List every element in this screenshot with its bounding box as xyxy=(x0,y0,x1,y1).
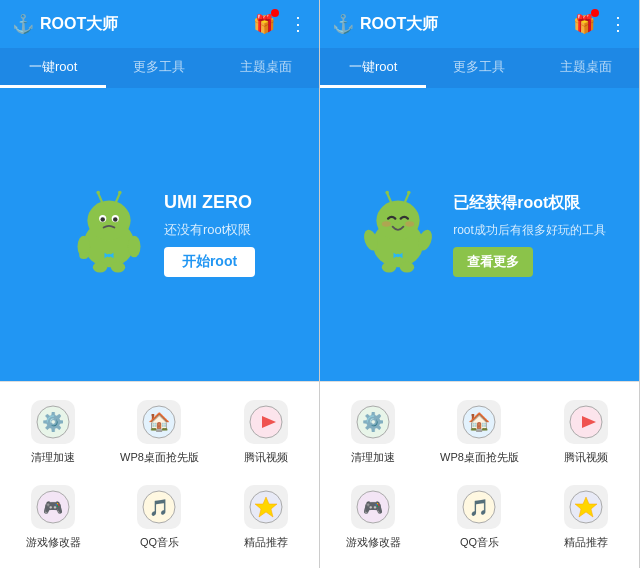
app-label-qq-before: QQ音乐 xyxy=(140,535,179,550)
app-title-after: ROOT大师 xyxy=(360,14,438,35)
tab-tools-before[interactable]: 更多工具 xyxy=(106,48,212,88)
app-label-featured-after: 精品推荐 xyxy=(564,535,608,550)
app-label-tencent-before: 腾讯视频 xyxy=(244,450,288,465)
app-icon-featured-before xyxy=(244,485,288,529)
svg-point-43 xyxy=(382,261,396,272)
svg-point-37 xyxy=(405,221,414,226)
svg-text:🏠: 🏠 xyxy=(148,411,171,433)
svg-point-36 xyxy=(382,221,391,226)
svg-text:⚙️: ⚙️ xyxy=(362,411,385,433)
svg-line-7 xyxy=(116,193,120,201)
logo-before: ⚓ ROOT大师 xyxy=(12,13,253,35)
app-item-game-after[interactable]: 🎮 游戏修改器 xyxy=(320,475,426,560)
gift-badge-after xyxy=(591,9,599,17)
svg-text:🎮: 🎮 xyxy=(43,498,63,517)
app-label-wp8-before: WP8桌面抢先版 xyxy=(120,450,199,465)
app-icon-clean-before: ⚙️ xyxy=(31,400,75,444)
more-icon-after[interactable]: ⋮ xyxy=(609,13,627,35)
tab-theme-before[interactable]: 主题桌面 xyxy=(213,48,319,88)
subtitle-before: 还没有root权限 xyxy=(164,221,251,239)
app-icon-qq-after: 🎵 xyxy=(457,485,501,529)
tabs-after: 一键root 更多工具 主题桌面 xyxy=(320,48,639,88)
gift-icon-before[interactable]: 🎁 xyxy=(253,13,275,35)
app-label-game-before: 游戏修改器 xyxy=(26,535,81,550)
start-root-button[interactable]: 开始root xyxy=(164,247,255,277)
app-title-before: ROOT大师 xyxy=(40,14,118,35)
app-label-qq-after: QQ音乐 xyxy=(460,535,499,550)
app-icon-featured-after xyxy=(564,485,608,529)
main-content-before: UMI ZERO 还没有root权限 开始root xyxy=(0,88,319,381)
svg-point-5 xyxy=(113,217,118,222)
view-more-button[interactable]: 查看更多 xyxy=(453,247,533,277)
app-item-featured-before[interactable]: 精品推荐 xyxy=(213,475,319,560)
gift-icon-after[interactable]: 🎁 xyxy=(573,13,595,35)
mascot-after xyxy=(353,188,443,282)
info-block-before: UMI ZERO 还没有root权限 开始root xyxy=(164,192,255,277)
app-item-clean-after[interactable]: ⚙️ 清理加速 xyxy=(320,390,426,475)
tabs-before: 一键root 更多工具 主题桌面 xyxy=(0,48,319,88)
svg-line-32 xyxy=(387,193,391,201)
main-content-after: 已经获得root权限 root成功后有很多好玩的工具 查看更多 xyxy=(320,88,639,381)
app-icon-game-after: 🎮 xyxy=(351,485,395,529)
svg-point-8 xyxy=(96,190,100,194)
success-subtitle: root成功后有很多好玩的工具 xyxy=(453,222,606,239)
gift-badge-before xyxy=(271,9,279,17)
app-item-game-before[interactable]: 🎮 游戏修改器 xyxy=(0,475,106,560)
app-grid-before: ⚙️ 清理加速 🏠 WP8桌面抢先版 腾讯视频 🎮 游戏修改器 🎵 xyxy=(0,382,319,568)
app-item-qq-before[interactable]: 🎵 QQ音乐 xyxy=(106,475,212,560)
tab-root-after[interactable]: 一键root xyxy=(320,48,426,88)
device-name: UMI ZERO xyxy=(164,192,252,213)
header-actions-after: 🎁 ⋮ xyxy=(573,13,627,35)
svg-point-1 xyxy=(87,200,130,240)
svg-point-12 xyxy=(107,253,111,257)
tab-tools-after[interactable]: 更多工具 xyxy=(426,48,532,88)
app-label-featured-before: 精品推荐 xyxy=(244,535,288,550)
app-icon-wp8-before: 🏠 xyxy=(137,400,181,444)
header-before: ⚓ ROOT大师 🎁 ⋮ xyxy=(0,0,319,48)
svg-text:⚙️: ⚙️ xyxy=(42,411,65,433)
svg-point-44 xyxy=(400,261,414,272)
svg-point-15 xyxy=(93,261,107,272)
svg-text:🎵: 🎵 xyxy=(469,498,489,517)
svg-point-17 xyxy=(79,251,88,258)
header-actions-before: 🎁 ⋮ xyxy=(253,13,307,35)
app-icon-qq-before: 🎵 xyxy=(137,485,181,529)
tab-theme-after[interactable]: 主题桌面 xyxy=(533,48,639,88)
phone-panel-after: ⚓ ROOT大师 🎁 ⋮ 一键root 更多工具 主题桌面 xyxy=(320,0,640,568)
svg-point-4 xyxy=(100,217,105,222)
success-title: 已经获得root权限 xyxy=(453,193,580,214)
anchor-icon: ⚓ xyxy=(12,13,34,35)
app-item-clean-before[interactable]: ⚙️ 清理加速 xyxy=(0,390,106,475)
app-item-tencent-before[interactable]: 腾讯视频 xyxy=(213,390,319,475)
svg-point-34 xyxy=(386,190,390,194)
header-after: ⚓ ROOT大师 🎁 ⋮ xyxy=(320,0,639,48)
app-grid-after: ⚙️ 清理加速 🏠 WP8桌面抢先版 腾讯视频 🎮 游戏修改器 🎵 xyxy=(320,382,639,568)
mascot-before xyxy=(64,188,154,282)
svg-line-33 xyxy=(405,193,409,201)
svg-text:🎮: 🎮 xyxy=(363,498,383,517)
app-item-featured-after[interactable]: 精品推荐 xyxy=(533,475,639,560)
app-item-wp8-before[interactable]: 🏠 WP8桌面抢先版 xyxy=(106,390,212,475)
app-label-game-after: 游戏修改器 xyxy=(346,535,401,550)
app-label-tencent-after: 腾讯视频 xyxy=(564,450,608,465)
app-icon-game-before: 🎮 xyxy=(31,485,75,529)
app-icon-wp8-after: 🏠 xyxy=(457,400,501,444)
phone-panel-before: ⚓ ROOT大师 🎁 ⋮ 一键root 更多工具 主题桌面 xyxy=(0,0,320,568)
content-area-after: 已经获得root权限 root成功后有很多好玩的工具 查看更多 xyxy=(333,168,626,302)
svg-line-6 xyxy=(98,193,102,201)
svg-point-40 xyxy=(396,253,400,257)
more-icon-before[interactable]: ⋮ xyxy=(289,13,307,35)
svg-point-14 xyxy=(128,235,141,257)
app-icon-clean-after: ⚙️ xyxy=(351,400,395,444)
app-item-wp8-after[interactable]: 🏠 WP8桌面抢先版 xyxy=(426,390,532,475)
content-area-before: UMI ZERO 还没有root权限 开始root xyxy=(44,168,275,302)
info-block-after: 已经获得root权限 root成功后有很多好玩的工具 查看更多 xyxy=(453,193,606,277)
logo-after: ⚓ ROOT大师 xyxy=(332,13,573,35)
svg-text:🏠: 🏠 xyxy=(468,411,491,433)
app-item-qq-after[interactable]: 🎵 QQ音乐 xyxy=(426,475,532,560)
svg-text:🎵: 🎵 xyxy=(149,498,169,517)
app-label-wp8-after: WP8桌面抢先版 xyxy=(440,450,519,465)
app-item-tencent-after[interactable]: 腾讯视频 xyxy=(533,390,639,475)
tab-root-before[interactable]: 一键root xyxy=(0,48,106,88)
app-icon-tencent-after xyxy=(564,400,608,444)
